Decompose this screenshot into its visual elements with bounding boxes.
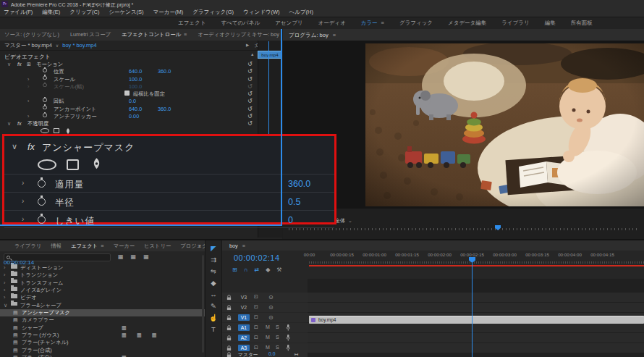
video-track-header[interactable]: V2 ⊡ ⊙ (222, 303, 308, 312)
tab-audio-clip-mixer[interactable]: オーディオクリップミキサー: boy (198, 31, 279, 38)
twirl-icon[interactable]: ∨ (4, 302, 7, 309)
lock-icon[interactable] (226, 325, 232, 331)
timeline-timecode[interactable]: 00:00:02:14 (234, 253, 280, 262)
twirl-icon[interactable]: › (4, 294, 5, 301)
track-label[interactable]: A2 (238, 335, 250, 341)
parameter-value[interactable]: 360.0 (288, 179, 310, 189)
twirl-icon[interactable]: › (4, 280, 5, 287)
timeline-lane-v3[interactable] (308, 293, 644, 302)
menu-item[interactable]: マーカー(M) (153, 9, 184, 16)
lock-icon[interactable] (226, 315, 232, 321)
sync-lock-icon[interactable]: ⊡ (254, 294, 258, 300)
stopwatch-icon[interactable] (43, 98, 47, 102)
menu-item[interactable]: ファイル(F) (4, 9, 33, 16)
workspace-tab-audio[interactable]: オーディオ (318, 20, 346, 27)
workspace-tab-color[interactable]: カラー (361, 20, 384, 27)
twirl-icon[interactable]: ∨ (12, 142, 17, 151)
voiceover-mic-icon[interactable] (286, 335, 290, 341)
tab-source-monitor[interactable]: ソース: (クリップなし) (4, 31, 59, 38)
pen-mask-icon[interactable] (91, 158, 102, 173)
reset-icon[interactable]: ↺ (247, 113, 253, 120)
reset-icon[interactable]: ↺ (247, 68, 253, 75)
unsharp-radius-row[interactable]: › 半径 0.5 (4, 192, 334, 210)
checkbox-checked[interactable]: ✓ (124, 91, 130, 96)
sync-lock-icon[interactable]: ⊡ (254, 314, 258, 320)
twirl-icon[interactable]: ∨ (7, 120, 11, 127)
sync-lock-icon[interactable]: ⊡ (254, 324, 258, 330)
stopwatch-icon[interactable] (43, 106, 47, 110)
track-select-forward-tool[interactable]: ⇉ (211, 256, 216, 264)
program-video-frame[interactable] (365, 43, 644, 206)
reset-icon[interactable]: ↺ (247, 76, 253, 83)
workspace-tab-effects[interactable]: エフェクト (178, 20, 206, 27)
tab-lumetri-scopes[interactable]: Lumetri スコープ (70, 31, 111, 38)
ellipse-mask-icon[interactable] (38, 159, 56, 170)
effects-tree-row[interactable]: ▤ シャープ ▦ (0, 324, 205, 332)
add-marker-icon[interactable]: ◆ (266, 266, 270, 273)
value-x[interactable]: 640.0 (129, 106, 142, 113)
fx-badge-icon[interactable]: fx (17, 61, 22, 68)
mini-timeline-playhead[interactable] (268, 41, 269, 134)
timeline-clip[interactable]: boy.mp4 (309, 316, 644, 324)
ripple-edit-tool[interactable]: ⇋ (211, 267, 216, 275)
track-label[interactable]: A1 (238, 324, 250, 331)
solo-button[interactable]: S (276, 345, 279, 350)
track-label[interactable]: A3 (238, 345, 250, 351)
workspace-tab-editing[interactable]: 編集 (545, 20, 556, 27)
chevron-down-icon[interactable]: ∨ (56, 43, 59, 48)
rectangle-mask-icon[interactable] (54, 128, 59, 133)
timeline-lane-a2[interactable] (308, 333, 644, 343)
effects-tree-row[interactable]: ∨ ▤ ブラー&シャープ (0, 302, 205, 309)
track-visibility-eye-icon[interactable]: ⊙ (268, 314, 274, 321)
effect-filter-badge-icon[interactable]: ▦ (143, 253, 149, 260)
audio-track-header[interactable]: A1 ⊡ M S (222, 323, 308, 332)
value[interactable]: 0.00 (129, 113, 139, 120)
sequence-clip-label[interactable]: boy * boy.mp4 (62, 42, 96, 49)
stopwatch-icon[interactable] (43, 113, 47, 117)
track-visibility-eye-icon[interactable]: ⊙ (268, 294, 274, 301)
program-scrub-bar[interactable] (289, 228, 639, 230)
effect-filter-badge-icon[interactable]: ▦ (131, 253, 137, 260)
unsharp-mask-effect-row[interactable]: ∨ fx アンシャープマスク (4, 140, 334, 155)
position-row[interactable]: 位置 640.0 360.0 ↺ (0, 68, 258, 75)
effects-tree-row[interactable]: ▤ ブラー(方向) ▦ (0, 354, 205, 357)
effects-tree-row[interactable]: › ▤ トランスフォーム (0, 280, 205, 287)
twirl-icon[interactable]: › (22, 179, 24, 187)
timeline-lane-a1[interactable] (308, 323, 644, 332)
sync-lock-icon[interactable]: ⊡ (254, 304, 258, 310)
effects-tree-row[interactable]: › ▤ ノイズ&グレイン (0, 287, 205, 294)
menu-item[interactable]: ウィンドウ(W) (243, 9, 279, 16)
menu-item[interactable]: ヘルプ(H) (289, 9, 313, 16)
rectangle-mask-icon[interactable] (67, 159, 79, 170)
video-track-header[interactable]: V3 ⊡ ⊙ (222, 293, 308, 302)
twirl-icon[interactable]: › (27, 76, 29, 83)
sequence-tab[interactable]: boy (229, 243, 245, 249)
rotation-row[interactable]: › 回転 0.0 ↺ (0, 98, 258, 105)
twirl-icon[interactable]: › (4, 287, 5, 294)
voiceover-mic-icon[interactable] (286, 345, 290, 351)
parameter-value[interactable]: 0.5 (288, 197, 300, 207)
menu-item[interactable]: シーケンス(S) (109, 9, 143, 16)
sync-lock-icon[interactable]: ⊡ (254, 335, 258, 340)
current-time-display[interactable]: 00:00:02:14 (4, 259, 34, 266)
fx-badge-icon[interactable]: fx (27, 141, 35, 152)
selection-tool[interactable]: ◤ (211, 244, 216, 252)
value-y[interactable]: 360.0 (158, 106, 171, 113)
sync-lock-icon[interactable]: ⊡ (254, 345, 258, 350)
mini-timeline-clip[interactable]: boy.mp4 (258, 51, 282, 59)
value[interactable]: 0.0 (129, 98, 136, 105)
audio-track-header[interactable]: A2 ⊡ M S (222, 333, 308, 343)
opacity-effect-row[interactable]: ∨ fx 不透明度 ↺ (0, 120, 258, 127)
solo-button[interactable]: S (276, 335, 279, 340)
twirl-icon[interactable]: › (22, 197, 24, 205)
stopwatch-icon[interactable] (38, 216, 46, 224)
value-x[interactable]: 640.0 (129, 68, 142, 75)
video-track-header[interactable]: V1 ⊡ ⊙ (222, 313, 308, 322)
twirl-icon[interactable]: ∨ (7, 61, 11, 68)
value[interactable]: 100.0 (129, 76, 142, 83)
workspace-tab-libraries[interactable]: ライブラリ (501, 20, 529, 27)
reset-icon[interactable]: ↺ (247, 61, 253, 68)
scale-row[interactable]: › スケール 100.0 ↺ (0, 76, 258, 83)
fit-icon[interactable]: ▸◂ (295, 351, 297, 356)
zoom-level-dropdown[interactable]: 全体 (335, 217, 352, 224)
